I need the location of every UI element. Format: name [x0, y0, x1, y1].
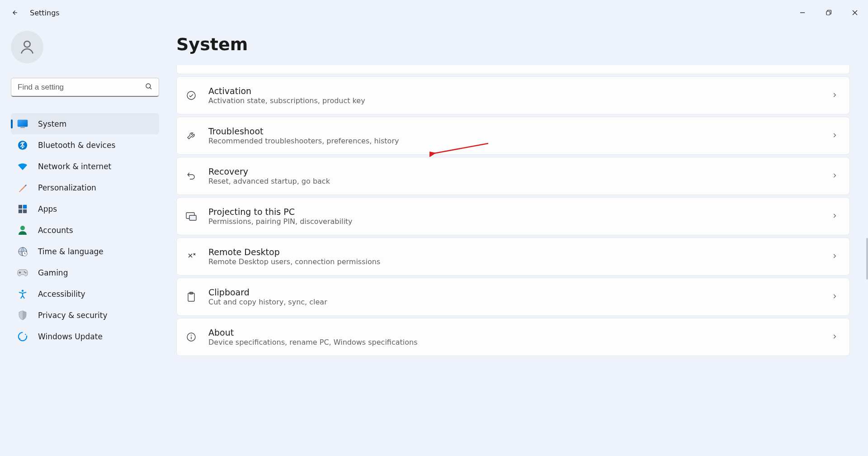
clipboard-icon [185, 291, 198, 302]
sidebar-item-bluetooth[interactable]: Bluetooth & devices [11, 134, 159, 156]
row-sub: Reset, advanced startup, go back [208, 177, 821, 185]
chevron-right-icon [831, 333, 838, 342]
minimize-button[interactable] [789, 4, 816, 22]
page-title: System [176, 34, 850, 54]
sidebar-item-gaming[interactable]: Gaming [11, 262, 159, 283]
sidebar-item-accounts[interactable]: Accounts [11, 219, 159, 241]
row-title: Clipboard [208, 287, 821, 297]
row-sub: Remote Desktop users, connection permiss… [208, 257, 821, 266]
close-button[interactable] [842, 4, 868, 22]
sidebar-item-label: System [38, 119, 66, 128]
row-projecting[interactable]: Projecting to this PC Permissions, pairi… [176, 197, 850, 235]
sidebar-item-windows-update[interactable]: Windows Update [11, 326, 159, 347]
sidebar-item-personalization[interactable]: Personalization [11, 177, 159, 198]
row-title: Remote Desktop [208, 247, 821, 257]
sidebar-item-label: Network & internet [38, 162, 111, 171]
partial-row [176, 65, 850, 74]
wrench-icon [185, 130, 198, 141]
chevron-right-icon [831, 212, 838, 221]
sidebar-item-accessibility[interactable]: Accessibility [11, 283, 159, 304]
nav: System Bluetooth & devices Network & int… [11, 113, 159, 347]
sidebar-item-label: Privacy & security [38, 311, 108, 320]
svg-rect-8 [18, 120, 28, 127]
search-icon [145, 82, 153, 92]
search-input[interactable] [11, 78, 159, 97]
chevron-right-icon [831, 172, 838, 180]
svg-line-6 [150, 87, 151, 89]
row-title: Projecting to this PC [208, 207, 821, 217]
sidebar-item-apps[interactable]: Apps [11, 198, 159, 219]
main-content: System Activation Activation state, subs… [167, 25, 868, 456]
svg-point-15 [20, 226, 25, 230]
search-box [11, 78, 159, 97]
accessibility-icon [17, 289, 28, 299]
row-sub: Activation state, subscriptions, product… [208, 96, 821, 105]
maximize-button[interactable] [816, 4, 842, 22]
row-title: Recovery [208, 166, 821, 176]
svg-point-19 [25, 272, 27, 273]
sidebar-item-label: Accessibility [38, 290, 85, 299]
row-clipboard[interactable]: Clipboard Cut and copy history, sync, cl… [176, 278, 850, 316]
accounts-icon [17, 225, 28, 236]
update-icon [17, 331, 28, 342]
svg-rect-12 [23, 204, 27, 208]
apps-icon [17, 204, 28, 214]
sidebar-item-label: Accounts [38, 226, 73, 235]
svg-rect-24 [189, 215, 196, 220]
back-button[interactable] [10, 8, 19, 17]
row-about[interactable]: About Device specifications, rename PC, … [176, 318, 850, 356]
sidebar-item-privacy[interactable]: Privacy & security [11, 304, 159, 326]
sidebar-item-time-language[interactable]: Time & language [11, 241, 159, 262]
row-title: Troubleshoot [208, 126, 821, 136]
row-sub: Permissions, pairing PIN, discoverabilit… [208, 217, 821, 226]
svg-rect-14 [23, 209, 27, 213]
svg-point-29 [191, 335, 192, 336]
svg-rect-13 [19, 209, 22, 213]
svg-point-18 [24, 271, 25, 272]
shield-icon [17, 310, 28, 321]
wifi-icon [17, 161, 28, 172]
sidebar-item-label: Bluetooth & devices [38, 141, 115, 150]
row-recovery[interactable]: Recovery Reset, advanced startup, go bac… [176, 157, 850, 195]
gamepad-icon [17, 267, 28, 278]
window-controls [789, 4, 868, 22]
paintbrush-icon [17, 182, 28, 193]
globe-clock-icon [17, 246, 28, 257]
sidebar-item-system[interactable]: System [11, 113, 159, 134]
row-remote-desktop[interactable]: Remote Desktop Remote Desktop users, con… [176, 238, 850, 276]
row-title: Activation [208, 86, 821, 96]
row-activation[interactable]: Activation Activation state, subscriptio… [176, 76, 850, 114]
scrollbar-thumb[interactable] [866, 238, 868, 280]
row-title: About [208, 328, 821, 337]
svg-point-4 [24, 41, 30, 47]
sidebar-item-label: Windows Update [38, 332, 103, 341]
svg-point-20 [22, 290, 24, 292]
sidebar-item-network[interactable]: Network & internet [11, 156, 159, 177]
svg-point-5 [146, 84, 151, 88]
project-icon [185, 211, 198, 221]
svg-rect-25 [188, 293, 194, 301]
row-sub: Device specifications, rename PC, Window… [208, 338, 821, 347]
svg-rect-9 [20, 127, 25, 128]
svg-point-22 [187, 91, 195, 100]
row-sub: Recommended troubleshooters, preferences… [208, 137, 821, 145]
avatar[interactable] [11, 31, 43, 63]
bluetooth-icon [17, 140, 28, 151]
titlebar: Settings [0, 0, 868, 25]
sidebar: System Bluetooth & devices Network & int… [0, 25, 167, 456]
sidebar-item-label: Time & language [38, 247, 104, 256]
system-icon [17, 119, 28, 129]
sidebar-item-label: Apps [38, 204, 57, 214]
chevron-right-icon [831, 293, 838, 301]
row-troubleshoot[interactable]: Troubleshoot Recommended troubleshooters… [176, 117, 850, 155]
row-sub: Cut and copy history, sync, clear [208, 298, 821, 306]
recovery-icon [185, 171, 198, 181]
chevron-right-icon [831, 91, 838, 100]
check-circle-icon [185, 90, 198, 101]
chevron-right-icon [831, 132, 838, 140]
svg-point-21 [19, 332, 27, 340]
svg-rect-11 [19, 204, 22, 208]
sidebar-item-label: Gaming [38, 268, 68, 277]
remote-desktop-icon [185, 251, 198, 262]
info-icon [185, 332, 198, 342]
